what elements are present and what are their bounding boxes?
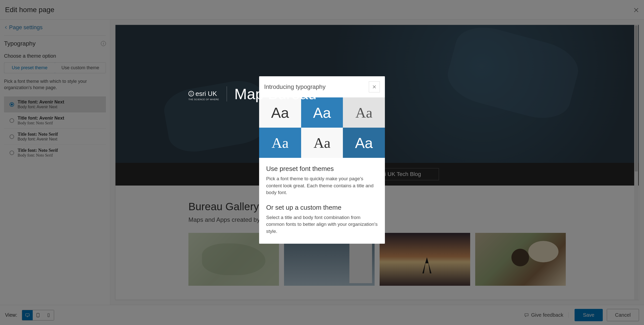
modal-font-swatches: Aa Aa Aa Aa Aa Aa [259, 97, 385, 158]
swatch-serif-light: Aa [301, 128, 343, 158]
modal-body: Use preset font themes Pick a font theme… [259, 158, 385, 244]
swatch-sans-darkblue: Aa [343, 128, 385, 158]
modal-paragraph-custom: Select a title and body font combination… [266, 214, 378, 235]
hero-title: Map Bureau [234, 85, 317, 103]
modal-heading-preset: Use preset font themes [266, 165, 378, 173]
modal-close-button[interactable] [369, 81, 380, 92]
modal-heading-custom: Or set up a custom theme [266, 204, 378, 211]
close-icon [372, 84, 377, 90]
modal-overlay[interactable]: Introducing typography Aa Aa Aa Aa Aa Aa… [0, 0, 644, 325]
hero-logo: esri UK THE SCIENCE OF WHERE [188, 87, 219, 101]
modal-paragraph-preset: Pick a font theme to quickly make your p… [266, 175, 378, 196]
logo-subtext: THE SCIENCE OF WHERE [188, 98, 219, 101]
logo-text: esri UK [195, 90, 217, 98]
globe-icon [188, 91, 194, 96]
swatch-serif-blue: Aa [259, 128, 301, 158]
hero-divider [227, 86, 227, 101]
swatch-serif-gray: Aa [343, 97, 385, 128]
